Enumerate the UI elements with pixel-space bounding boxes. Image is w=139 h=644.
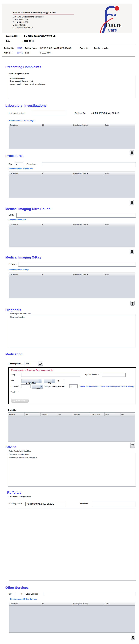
duration-input[interactable]	[21, 384, 30, 388]
section-title-medication: Medication	[6, 352, 22, 356]
lab-testings-table-body[interactable]	[9, 127, 135, 149]
column-header-id: ID	[42, 273, 72, 276]
refresh-icon	[39, 362, 42, 365]
section-title-advice: Advice	[6, 445, 16, 449]
logo-blue-dot	[114, 14, 116, 16]
table-header-row: Department ID Investigation/Service Stat…	[9, 223, 135, 226]
xray-table: Department ID Investigation/Service Stat…	[9, 272, 136, 298]
lab-investigation-label: Lab Investingation :	[9, 112, 25, 114]
way-dropdown[interactable]: Before Meal	[22, 379, 42, 383]
column-header-drug-id: Drug ID	[8, 412, 25, 416]
drug-label: Drug	[10, 374, 15, 376]
company-number: Company No.8417652-2	[12, 26, 33, 29]
lab-testings-table: Department ID Investigation/Service Stat…	[9, 123, 136, 149]
way-qty-input[interactable]	[57, 379, 64, 383]
other-services-qty-label: Qty :	[8, 593, 12, 595]
delete-xray-button[interactable]	[130, 301, 134, 306]
referral-list-box[interactable]	[9, 509, 136, 580]
advice-textarea[interactable]: Commence prescribed drugs To review with…	[8, 453, 136, 486]
company-name: Future Care by Future Holdings (Pty) Lim…	[12, 11, 56, 14]
section-title-procedures: Procedures	[6, 154, 24, 158]
refresh-prescription-button[interactable]	[38, 361, 43, 366]
column-header-investigation: Investigation / Service	[72, 602, 104, 606]
per-meal-input[interactable]	[69, 384, 78, 388]
column-header-status: Status	[104, 123, 135, 127]
other-services-table-body[interactable]	[9, 606, 135, 633]
lab-investigation-input[interactable]	[32, 111, 66, 115]
way-label: Way	[10, 380, 14, 382]
drug-list-table: Drug ID Drug Fequency Way Duration Durat…	[8, 412, 135, 442]
uss-label: USS :	[9, 214, 14, 216]
visit-id-value: 22661	[17, 52, 22, 54]
column-header-way: Way	[57, 412, 73, 416]
drug-colon: :	[18, 374, 18, 376]
column-header-department: Department	[9, 602, 42, 606]
divider	[12, 14, 74, 14]
consultant-input[interactable]	[93, 502, 136, 506]
frequency-dropdown[interactable]: OD	[44, 379, 55, 383]
column-header-department: Department	[9, 273, 42, 276]
recommended-other-services-label: Recommended Other Services	[10, 598, 37, 600]
procedures-input[interactable]	[42, 162, 136, 167]
column-header-status: Status	[104, 602, 135, 606]
uss-table-body[interactable]	[9, 226, 135, 248]
visit-date-label: Date	[25, 52, 29, 54]
delete-other-service-button[interactable]	[131, 635, 135, 640]
recommended-xray-label: Recommended X-Rays	[9, 269, 29, 271]
add-drug-button[interactable]: Add Drug	[11, 399, 28, 403]
drug-input[interactable]	[21, 373, 80, 377]
section-title-other-services: Other Services	[6, 586, 28, 590]
delete-drug-button[interactable]	[130, 443, 135, 448]
table-header-row: Department ID Investigation/Service Stat…	[9, 273, 135, 276]
company-address: Le Chainter,Victoria,Mahe,Seychelles	[12, 16, 44, 18]
referring-doctor-input[interactable]	[26, 502, 65, 506]
procedures-table-body[interactable]	[9, 175, 135, 198]
xray-input[interactable]	[18, 262, 136, 266]
patient-banner: Patient ID : 11167 Patient Name : DENIS …	[2, 45, 136, 56]
column-header-status: Status	[104, 223, 135, 226]
section-title-ultrasound: Medical Imaging Ultra Sound	[6, 207, 50, 211]
delete-uss-button[interactable]	[130, 249, 134, 254]
drug-list-table-body[interactable]	[8, 416, 135, 442]
trash-icon	[131, 201, 133, 204]
consulted-by-value: Dr. JOHN OSANWEOKWU OKOLIE	[24, 35, 56, 37]
consulted-by-label: Consulted By :	[6, 35, 20, 37]
other-services-qty-input[interactable]	[15, 592, 23, 596]
prescription-id-label: Prescription ID :	[9, 363, 24, 365]
patient-id-label: Patient ID :	[4, 47, 14, 49]
duration-type-dropdown[interactable]: Day/s	[32, 384, 43, 388]
procedures-qty-input[interactable]	[15, 162, 23, 167]
patient-id-value: 11167	[17, 47, 22, 49]
column-header-duration-type: Duration Type	[89, 412, 104, 416]
section-title-presenting-complaints: Presenting Complaints	[6, 65, 41, 69]
uss-input[interactable]	[16, 213, 136, 218]
prescription-id-input[interactable]	[24, 362, 37, 366]
logo-word-future: Future	[106, 21, 122, 28]
diagnosis-label: Enter Diagnosis Details Here	[9, 313, 31, 315]
special-notes-label: Special Notes :	[85, 374, 99, 376]
other-services-label: Other Services :	[26, 593, 39, 595]
recommended-uss-label: Recommended USS	[9, 219, 26, 221]
fraction-note: Please add as decimal numbers when addin…	[80, 385, 135, 388]
special-notes-input[interactable]	[102, 373, 126, 377]
xray-label: X-Rays :	[9, 263, 16, 265]
total-colon: :	[18, 391, 18, 393]
column-header-department: Department	[9, 123, 42, 127]
section-title-referrals: Refferals	[7, 491, 21, 494]
trash-icon	[131, 151, 133, 154]
referred-by-label: Reffered By :	[75, 112, 86, 114]
delete-procedure-button[interactable]	[130, 200, 134, 205]
column-header-status: Status	[104, 273, 135, 276]
trash-icon	[131, 302, 134, 305]
company-phone-2: T: +24 84 225 252	[12, 21, 28, 23]
table-header-row: Department ID Investigation / Service St…	[9, 602, 135, 606]
delete-lab-testing-button[interactable]	[130, 150, 134, 155]
column-header-qty: Qty	[120, 412, 135, 416]
chevron-down-icon	[40, 384, 43, 388]
complaints-textarea[interactable]: Abdominal scan seen. No stone seen in th…	[9, 76, 136, 98]
uss-table: Department ID Investigation/Service Stat…	[9, 223, 136, 248]
diagnosis-textarea[interactable]: Urinary tract infection.	[9, 315, 136, 347]
other-services-input[interactable]	[43, 592, 136, 596]
procedures-qty-label: Qty :	[9, 163, 13, 165]
xray-table-body[interactable]	[9, 276, 135, 298]
